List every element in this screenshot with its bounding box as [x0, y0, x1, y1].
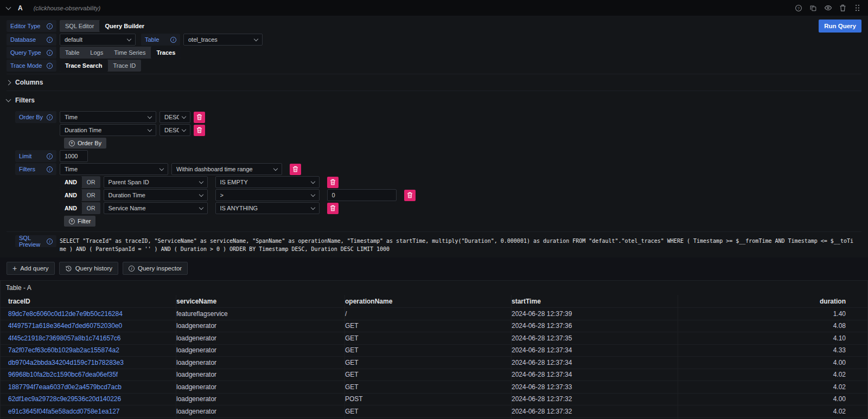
plus-circle-icon [69, 218, 75, 224]
duration-cell: 4.33 [678, 345, 867, 357]
filter-value-input[interactable] [327, 189, 397, 201]
filter-operator-select[interactable]: Within dashboard time range [171, 163, 282, 175]
trace-id-link[interactable]: 96968b10fa2b2c1590bc67dea06ef35f [8, 371, 118, 378]
duplicate-query-icon[interactable] [809, 4, 818, 12]
sql-editor-option[interactable]: SQL Editor [60, 20, 99, 32]
filter-operator-select[interactable]: IS EMPTY [215, 176, 320, 188]
add-filter-button[interactable]: Filter [64, 216, 95, 227]
add-query-button[interactable]: + Add query [7, 262, 55, 275]
delete-filter-button[interactable] [327, 177, 339, 188]
trace-id-option[interactable]: Trace ID [108, 60, 142, 72]
chevron-right-icon [6, 80, 11, 85]
service-name-cell: loadgenerator [176, 332, 345, 344]
editor-type-row: Editor Type SQL Editor Query Builder Run… [7, 20, 861, 33]
duration-cell: 4.02 [678, 405, 867, 417]
and-button[interactable]: AND [60, 176, 82, 188]
trace-id-link[interactable]: e91c3645f04fa5e58adcd0758e1ea127 [8, 408, 120, 415]
trace-id-link[interactable]: 4f45c21918c73698057a8b1c741657c6 [8, 334, 121, 342]
query-history-button[interactable]: Query history [59, 262, 118, 275]
eye-icon[interactable] [824, 4, 832, 12]
plus-circle-icon [69, 140, 75, 146]
order-by-field-select[interactable]: Time [60, 111, 156, 123]
history-icon [65, 265, 72, 272]
filter-operator-select[interactable]: IS ANYTHING [215, 202, 320, 214]
filter-condition-row: AND OR Service Name IS ANYTHING [7, 202, 861, 214]
info-icon[interactable] [47, 166, 53, 172]
info-icon[interactable] [47, 114, 53, 120]
query-header-actions: ? [794, 4, 861, 12]
add-filter-row: Filter [7, 215, 861, 227]
trace-id-link[interactable]: 89dc7e8c6060c0d12de7e9b50c216284 [8, 310, 123, 318]
chevron-down-icon [148, 127, 152, 131]
delete-order-by-button[interactable] [194, 112, 205, 123]
limit-label: Limit [15, 150, 56, 162]
info-icon[interactable] [170, 37, 176, 43]
trace-id-link[interactable]: 4f497571a618e364ed7ded60752030e0 [8, 322, 122, 330]
column-header-starttime[interactable]: startTime [512, 295, 678, 307]
trace-id-link[interactable]: 7a2f07ecf63c60b1029ab2ac155874a2 [8, 346, 119, 354]
column-header-duration[interactable]: duration [678, 295, 867, 307]
collapse-query-chevron-icon[interactable] [6, 4, 11, 10]
info-icon[interactable] [47, 238, 53, 244]
trash-icon [330, 179, 336, 185]
query-type-timeseries-option[interactable]: Time Series [108, 47, 151, 59]
trace-id-link[interactable]: 62df1ec9a29728c9e29536c20d140226 [8, 395, 121, 403]
limit-input[interactable] [60, 150, 88, 162]
column-header-operationname[interactable]: operationName [345, 295, 512, 307]
filters-label: Filters [15, 163, 56, 175]
trace-id-link[interactable]: 1887794f7eaa6037d0e2a4579bcd7acb [8, 383, 122, 391]
query-builder-option[interactable]: Query Builder [99, 20, 150, 32]
table-row: 1887794f7eaa6037d0e2a4579bcd7acb loadgen… [1, 381, 867, 394]
info-icon[interactable] [47, 23, 53, 29]
info-icon[interactable] [47, 37, 53, 43]
trace-id-link[interactable]: db9704a2bbda34204d159c71b78283e3 [8, 359, 124, 366]
sql-preview-text: SELECT "TraceId" as traceID, "ServiceNam… [60, 235, 861, 253]
operation-name-cell: GET [345, 405, 512, 417]
duration-cell: 4.00 [678, 394, 867, 405]
add-order-by-button[interactable]: Order By [64, 138, 106, 149]
chevron-down-icon [254, 36, 258, 41]
or-button[interactable]: OR [82, 176, 100, 188]
query-type-table-option[interactable]: Table [60, 47, 85, 59]
column-header-servicename[interactable]: serviceName [176, 295, 345, 307]
delete-filter-button[interactable] [404, 190, 416, 201]
info-icon[interactable] [47, 153, 53, 159]
delete-order-by-button[interactable] [194, 125, 205, 136]
columns-section-toggle[interactable]: Columns [7, 76, 861, 89]
filter-field-select[interactable]: Parent Span ID [104, 176, 208, 188]
filter-field-select[interactable]: Duration Time [104, 189, 208, 201]
database-select[interactable]: default [60, 34, 136, 46]
delete-filter-button[interactable] [290, 164, 301, 175]
or-button[interactable]: OR [82, 189, 100, 201]
query-inspector-button[interactable]: Query inspector [123, 262, 188, 275]
delete-filter-button[interactable] [327, 203, 339, 214]
help-icon[interactable]: ? [794, 4, 803, 12]
info-icon[interactable] [47, 63, 53, 69]
order-by-direction-select[interactable]: DESC [159, 111, 190, 123]
column-header-traceid[interactable]: traceID [8, 295, 176, 307]
query-type-traces-option[interactable]: Traces [151, 47, 181, 59]
order-by-field-select[interactable]: Duration Time [60, 124, 156, 136]
operation-name-cell: / [345, 308, 512, 320]
remove-query-trash-icon[interactable] [838, 4, 847, 12]
start-time-cell: 2024-06-28 12:37:32 [512, 405, 678, 417]
info-icon[interactable] [47, 50, 53, 56]
trace-search-option[interactable]: Trace Search [60, 60, 108, 72]
filter-field-select[interactable]: Service Name [104, 202, 208, 214]
operation-name-cell: GET [345, 320, 512, 332]
table-select[interactable]: otel_traces [183, 34, 263, 46]
duration-cell: 4.02 [678, 381, 867, 393]
filter-field-select[interactable]: Time [60, 163, 168, 175]
filter-operator-select[interactable]: > [215, 189, 320, 201]
and-button[interactable]: AND [60, 202, 82, 214]
drag-handle[interactable] [853, 4, 861, 12]
operation-name-cell: POST [345, 394, 512, 405]
filters-section-toggle[interactable]: Filters [7, 94, 861, 107]
order-by-direction-select[interactable]: DESC [159, 124, 190, 136]
run-query-button[interactable]: Run Query [819, 20, 861, 33]
and-button[interactable]: AND [60, 189, 82, 201]
chevron-down-icon [310, 205, 315, 209]
query-type-logs-option[interactable]: Logs [85, 47, 108, 59]
or-button[interactable]: OR [82, 202, 100, 214]
table-panel: Table - A traceID serviceName operationN… [0, 280, 868, 419]
